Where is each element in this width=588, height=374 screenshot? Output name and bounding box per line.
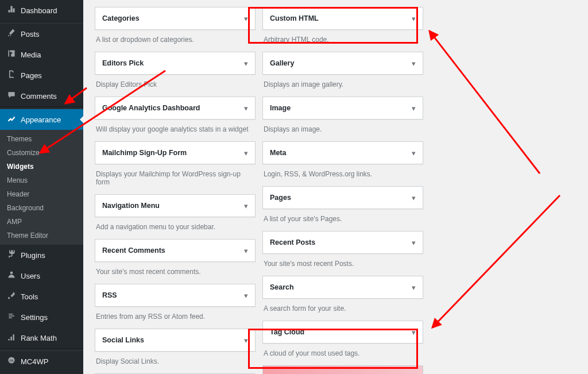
widget-item[interactable]: Social Links▾ [95, 329, 256, 352]
chevron-down-icon[interactable]: ▾ [412, 328, 416, 337]
sidebar-item-label: Comments [21, 92, 57, 101]
submenu-themes[interactable]: Themes [0, 132, 83, 146]
sidebar-item-media[interactable]: Media [0, 44, 83, 65]
sidebar-item-comments[interactable]: Comments [0, 86, 83, 106]
sidebar-item-settings[interactable]: Settings [0, 307, 83, 327]
widget-description: Displays an image gallery. [262, 75, 423, 97]
submenu-widgets[interactable]: Widgets [0, 160, 83, 173]
settings-icon [6, 311, 17, 323]
submenu-amp[interactable]: AMP [0, 215, 83, 229]
chevron-down-icon[interactable]: ▾ [244, 246, 248, 255]
sidebar-item-amp[interactable]: AMP [0, 372, 83, 374]
pin-icon [6, 28, 17, 40]
sidebar-item-label: Users [21, 272, 40, 280]
sidebar-item-tools[interactable]: Tools [0, 286, 83, 307]
chevron-down-icon[interactable]: ▾ [244, 14, 248, 23]
widget-item[interactable]: Editors Pick▾ [95, 52, 256, 75]
widget-title: Pages [270, 194, 291, 202]
sidebar-item-rankmath[interactable]: Rank Math [0, 327, 83, 348]
submenu-menus[interactable]: Menus [0, 173, 83, 187]
widget-title: Categories [102, 14, 140, 22]
tools-icon [6, 291, 17, 302]
chevron-down-icon[interactable]: ▾ [412, 283, 416, 292]
widget-item[interactable]: Recent Posts▾ [262, 231, 423, 254]
widget-title: Meta [270, 149, 286, 157]
widget-item[interactable]: Navigation Menu▾ [95, 194, 256, 217]
widget-description: Will display your google analytics stats… [95, 119, 256, 141]
widget-description: A search form for your site. [262, 299, 423, 321]
submenu-background[interactable]: Background [0, 201, 83, 215]
chevron-down-icon[interactable]: ▾ [412, 194, 416, 202]
widget-description: Add a navigation menu to your sidebar. [95, 217, 256, 239]
sidebar-item-label: Settings [21, 313, 48, 322]
widget-description: Entries from any RSS or Atom feed. [95, 307, 256, 329]
sidebar-item-label: MC4WP [21, 357, 48, 366]
chevron-down-icon[interactable]: ▾ [412, 14, 416, 23]
widget-item[interactable]: Tag Cloud▾ [262, 321, 423, 344]
widget-item[interactable]: UGAAM: Ads and Scripts▾ [262, 365, 423, 374]
submenu-header[interactable]: Header [0, 187, 83, 201]
chevron-down-icon[interactable]: ▾ [244, 202, 248, 210]
widget-title: Navigation Menu [102, 202, 160, 210]
submenu-customize[interactable]: Customize [0, 146, 83, 160]
widget-item[interactable]: Google Analytics Dashboard▾ [95, 97, 256, 119]
chevron-down-icon[interactable]: ▾ [244, 336, 248, 345]
chevron-down-icon[interactable]: ▾ [244, 291, 248, 300]
mc4wp-icon: m [6, 356, 17, 367]
widget-item[interactable]: Categories▾ [95, 7, 256, 30]
widgets-content: Categories▾A list or dropdown of categor… [83, 0, 588, 374]
submenu-theme-editor[interactable]: Theme Editor [0, 229, 83, 242]
widget-item[interactable]: Pages▾ [262, 186, 423, 209]
sidebar-item-plugins[interactable]: Plugins [0, 245, 83, 265]
plugins-icon [6, 249, 17, 261]
comments-icon [6, 90, 17, 102]
widget-item[interactable]: Gallery▾ [262, 52, 423, 75]
chevron-down-icon[interactable]: ▾ [244, 59, 248, 68]
widget-description: Arbitrary HTML code. [262, 30, 423, 52]
users-icon [6, 270, 17, 282]
sidebar-item-users[interactable]: Users [0, 265, 83, 286]
widget-title: Gallery [270, 59, 294, 67]
widget-item[interactable]: Search▾ [262, 276, 423, 299]
sidebar-item-dashboard[interactable]: Dashboard [0, 0, 83, 21]
chevron-down-icon[interactable]: ▾ [412, 59, 416, 68]
widget-title: Recent Posts [270, 238, 315, 246]
media-icon [6, 49, 17, 60]
widget-description: A list or dropdown of categories. [95, 30, 256, 52]
sidebar-item-label: Posts [21, 30, 40, 38]
widget-item[interactable]: Meta▾ [262, 141, 423, 164]
chevron-down-icon[interactable]: ▾ [412, 238, 416, 247]
chevron-down-icon[interactable]: ▾ [244, 104, 248, 113]
sidebar-item-pages[interactable]: Pages [0, 65, 83, 86]
sidebar-item-appearance[interactable]: Appearance [0, 109, 83, 130]
appearance-icon [6, 114, 17, 125]
available-widgets: Categories▾A list or dropdown of categor… [95, 0, 588, 374]
chevron-down-icon[interactable]: ▾ [244, 149, 248, 157]
widget-description: Displays your Mailchimp for WordPress si… [95, 164, 256, 194]
sidebar-item-label: Plugins [21, 251, 45, 260]
sidebar-item-posts[interactable]: Posts [0, 24, 83, 44]
widget-item[interactable]: Image▾ [262, 97, 423, 119]
sidebar-item-label: Appearance [21, 115, 61, 124]
widget-title: Mailchimp Sign-Up Form [102, 149, 187, 157]
widget-item[interactable]: Custom HTML▾ [262, 7, 423, 30]
widget-description: A list of your site's Pages. [262, 209, 423, 231]
chevron-down-icon[interactable]: ▾ [412, 104, 416, 113]
widget-column-left: Categories▾A list or dropdown of categor… [95, 7, 256, 374]
sidebar-item-mc4wp[interactable]: m MC4WP [0, 351, 83, 372]
widget-title: Recent Comments [102, 246, 165, 255]
appearance-submenu: Themes Customize Widgets Menus Header Ba… [0, 130, 83, 245]
widget-description: Login, RSS, & WordPress.org links. [262, 164, 423, 186]
widget-title: Custom HTML [270, 14, 319, 22]
sidebar-item-label: Dashboard [21, 6, 57, 15]
widget-title: Image [270, 104, 291, 112]
chevron-down-icon[interactable]: ▾ [412, 149, 416, 157]
widget-item[interactable]: Recent Comments▾ [95, 239, 256, 262]
widget-title: Editors Pick [102, 59, 144, 67]
widget-title: Tag Cloud [270, 328, 304, 336]
widget-item[interactable]: Mailchimp Sign-Up Form▾ [95, 141, 256, 164]
widget-title: RSS [102, 291, 117, 299]
sidebar-item-label: Media [21, 51, 41, 59]
widget-item[interactable]: RSS▾ [95, 284, 256, 307]
widget-column-right: Custom HTML▾Arbitrary HTML code.Gallery▾… [262, 7, 423, 374]
